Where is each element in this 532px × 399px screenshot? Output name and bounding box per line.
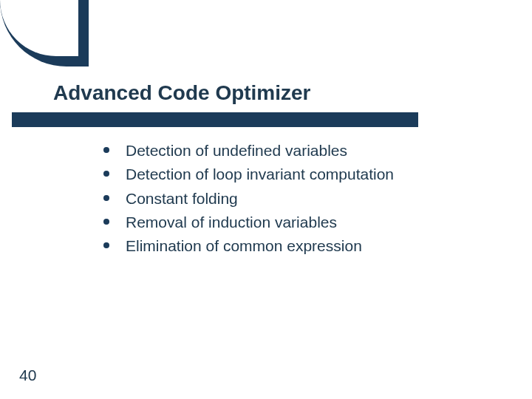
bullet-text: Elimination of common expression: [126, 236, 362, 256]
list-item: Removal of induction variables: [103, 212, 502, 233]
bullet-text: Constant folding: [126, 188, 238, 209]
bullet-text: Removal of induction variables: [126, 212, 337, 233]
title-underline-bar: [12, 112, 418, 127]
list-item: Constant folding: [103, 188, 502, 209]
list-item: Elimination of common expression: [103, 236, 502, 256]
page-number: 40: [19, 366, 36, 384]
bullet-icon: [103, 195, 109, 201]
list-item: Detection of loop invariant computation: [103, 164, 502, 185]
corner-decoration-inner: [0, 0, 78, 56]
bullet-text: Detection of undefined variables: [126, 140, 347, 161]
corner-decoration-outer: [0, 0, 89, 66]
slide: Advanced Code Optimizer Detection of und…: [0, 0, 532, 399]
bullet-icon: [103, 171, 109, 177]
bullet-icon: [103, 219, 109, 225]
bullet-text: Detection of loop invariant computation: [126, 164, 394, 185]
list-item: Detection of undefined variables: [103, 140, 502, 161]
bullet-list: Detection of undefined variables Detecti…: [103, 140, 502, 260]
bullet-icon: [103, 242, 109, 248]
bullet-icon: [103, 147, 109, 153]
slide-title: Advanced Code Optimizer: [53, 81, 311, 105]
